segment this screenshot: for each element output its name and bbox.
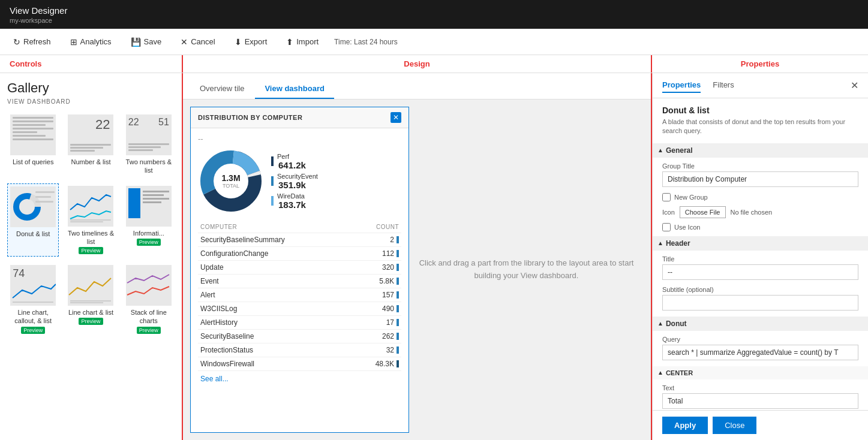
toolbar: ↻ Refresh ⊞ Analytics 💾 Save ✕ Cancel ⬇ …: [0, 29, 868, 55]
gallery-item-line-callout[interactable]: 74 Line chart, callout, & list Preview: [7, 263, 59, 336]
props-tab-properties[interactable]: Properties: [662, 78, 701, 93]
gallery-item-line-list[interactable]: Line chart & list Preview: [65, 263, 116, 336]
legend-item-wiredata: WireData 183.7k: [271, 192, 318, 210]
count-indicator: [397, 236, 399, 243]
table-row: Update320: [198, 261, 401, 275]
donut-total-label: TOTAL: [221, 183, 240, 189]
gallery-thumb-stack-charts: [126, 265, 172, 306]
donut-area: 1.3M TOTAL Perf 641.2k: [198, 148, 401, 214]
gallery-item-number-list[interactable]: 22 Number & list: [65, 112, 116, 177]
count-bar: 157: [382, 291, 399, 299]
count-val: 48.3K: [376, 360, 394, 368]
gallery-label-stack-charts: Stack of line charts: [125, 308, 172, 326]
gallery-item-information[interactable]: Informati... Preview: [123, 183, 175, 257]
gallery-label-line-callout: Line chart, callout, & list: [10, 308, 56, 326]
see-all-link[interactable]: See all...: [198, 371, 401, 387]
refresh-button[interactable]: ↻ Refresh: [10, 35, 55, 49]
tab-view-dashboard[interactable]: View dashboard: [255, 79, 334, 99]
count-indicator: [397, 291, 399, 299]
col-header-count: COUNT: [352, 221, 401, 233]
save-button[interactable]: 💾 Save: [127, 35, 166, 49]
apply-button[interactable]: Apply: [662, 417, 708, 434]
gallery-subtitle: VIEW DASHBOARD: [7, 98, 175, 105]
props-section-title: Donut & list: [662, 106, 858, 115]
tab-overview-tile[interactable]: Overview tile: [190, 79, 254, 99]
label-use-icon: Use Icon: [674, 224, 700, 231]
widget-dash: --: [198, 134, 401, 143]
donut-total-value: 1.3M: [221, 173, 240, 183]
count-bar: 262: [382, 332, 399, 340]
table-row: SecurityBaseline262: [198, 330, 401, 343]
properties-label: Properties: [652, 55, 868, 73]
preview-badge-stack-charts: Preview: [137, 327, 161, 334]
legend-value-wiredata: 183.7k: [278, 200, 306, 210]
gallery-label-information: Informati...: [133, 229, 164, 237]
gallery-thumb-two-numbers: 22 51: [126, 114, 172, 155]
widget-close-button[interactable]: ✕: [391, 112, 401, 123]
design-canvas: DISTRIBUTION BY COMPUTER ✕ --: [183, 100, 651, 440]
preview-badge-line-list: Preview: [79, 318, 103, 325]
input-subtitle[interactable]: [662, 295, 858, 311]
gallery-item-list-queries[interactable]: List of queries: [7, 112, 59, 177]
gallery-item-donut-list[interactable]: Donut & list: [7, 183, 59, 257]
table-cell-computer: Alert: [198, 288, 352, 302]
props-close-button[interactable]: ✕: [851, 80, 858, 91]
checkbox-use-icon[interactable]: [662, 223, 671, 231]
gallery-item-stack-charts[interactable]: Stack of line charts Preview: [123, 263, 175, 336]
donut-chart: 1.3M TOTAL: [198, 148, 264, 214]
gallery-thumb-list-queries: [10, 114, 56, 155]
props-group-center: ▲ CENTER: [653, 366, 868, 379]
file-no-chosen-label: No file chosen: [731, 209, 773, 216]
table-cell-count: 262: [352, 330, 401, 343]
legend-color-wiredata: [271, 196, 274, 206]
widget-title: DISTRIBUTION BY COMPUTER: [198, 114, 302, 121]
title-bar: View Designer my-workspace: [0, 0, 868, 29]
widget-body: --: [191, 128, 409, 393]
count-indicator: [397, 305, 399, 312]
props-group-general-label: General: [666, 146, 693, 155]
count-bar: 490: [382, 305, 399, 313]
checkbox-new-group[interactable]: [662, 193, 671, 201]
label-query: Query: [662, 336, 858, 343]
table-row: WindowsFirewall48.3K: [198, 357, 401, 371]
gallery-item-two-numbers[interactable]: 22 51 Two numbers & list: [123, 112, 175, 177]
gallery-label-donut-list: Donut & list: [16, 230, 50, 238]
stack-charts-svg: [126, 265, 172, 306]
input-center-text[interactable]: [662, 393, 858, 409]
choose-file-button[interactable]: Choose File: [680, 206, 726, 218]
count-indicator: [397, 360, 399, 367]
design-panel: Overview tile View dashboard DISTRIBUTIO…: [183, 73, 652, 440]
field-title: Title: [662, 255, 858, 280]
input-group-title[interactable]: [662, 171, 858, 187]
input-query[interactable]: [662, 345, 858, 360]
count-indicator: [397, 250, 399, 257]
app-title: View Designer: [10, 5, 858, 16]
import-button[interactable]: ⬆ Import: [283, 35, 322, 49]
collapse-icon-general: ▲: [657, 147, 663, 153]
gallery-title: Gallery: [7, 80, 175, 96]
close-button[interactable]: Close: [713, 417, 756, 434]
count-bar: 320: [382, 263, 399, 272]
input-title[interactable]: [662, 264, 858, 280]
preview-badge-two-timelines: Preview: [79, 247, 103, 254]
cancel-button[interactable]: ✕ Cancel: [177, 35, 218, 49]
analytics-button[interactable]: ⊞ Analytics: [67, 35, 115, 49]
section-labels: Controls Design Properties: [0, 55, 868, 73]
table-cell-count: 5.8K: [352, 275, 401, 288]
col-header-computer: COMPUTER: [198, 221, 352, 233]
label-center-text: Text: [662, 384, 858, 391]
table-cell-computer: ConfigurationChange: [198, 247, 352, 261]
count-bar: 2: [390, 236, 399, 244]
gallery-grid: List of queries 22 Number & list 22: [7, 112, 175, 336]
legend-label-wiredata: WireData: [277, 192, 306, 200]
count-val: 157: [382, 291, 394, 299]
gallery-thumb-information: [126, 186, 172, 227]
donut-legend: Perf 641.2k SecurityEvent 351.9k: [271, 153, 318, 210]
export-button[interactable]: ⬇ Export: [231, 35, 271, 49]
row-icon: Icon Choose File No file chosen: [662, 206, 858, 218]
tab-bar: Overview tile View dashboard: [183, 73, 651, 100]
props-tab-filters[interactable]: Filters: [713, 78, 734, 93]
gallery-item-two-timelines[interactable]: Two timelines & list Preview: [65, 183, 116, 257]
drop-zone: Click and drag a part from the library t…: [409, 107, 644, 433]
count-val: 320: [382, 263, 394, 272]
